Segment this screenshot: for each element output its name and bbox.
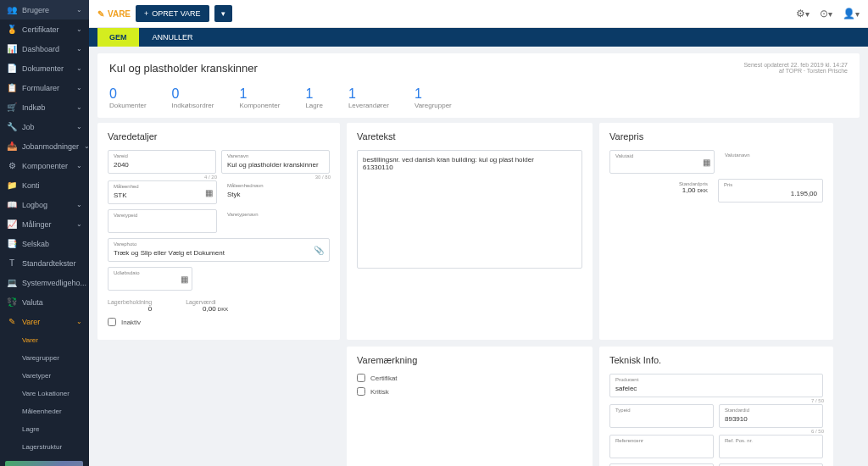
- maleenhed-field[interactable]: Måleenhed ▦: [108, 180, 217, 204]
- calendar-icon[interactable]: ▦: [181, 275, 188, 284]
- sidebar-icon: 💱: [7, 297, 17, 307]
- sidebar-item-16[interactable]: ✎Varer⌄: [0, 312, 89, 331]
- chevron-down-icon: ⌄: [76, 201, 82, 208]
- sidebar-item-6[interactable]: 🔧Job⌄: [0, 117, 89, 136]
- stat-5[interactable]: 1Varegrupper: [415, 86, 452, 109]
- tab-annuller[interactable]: ANNULLER: [141, 28, 205, 47]
- page-meta: Senest opdateret 22. feb 2019 kl. 14:27 …: [743, 62, 848, 74]
- sidebar-item-2[interactable]: 📊Dashboard⌄: [0, 39, 89, 58]
- sidebar-icon: 💻: [7, 278, 17, 287]
- sidebar-item-8[interactable]: ⚙Komponenter⌄: [0, 156, 89, 175]
- sidebar-sub-1[interactable]: Varegrupper: [0, 349, 89, 367]
- varenavn-field[interactable]: Varenavn 30 / 80: [221, 150, 330, 174]
- udlobsdato-field[interactable]: Udløbsdato ▦: [108, 267, 192, 291]
- chevron-down-icon: ⌄: [76, 220, 82, 228]
- help-icon[interactable]: ⊙▾: [820, 8, 832, 19]
- sidebar-item-10[interactable]: 📖Logbog⌄: [0, 195, 89, 214]
- sidebar-item-0[interactable]: 👥Brugere⌄: [0, 0, 89, 19]
- sidebar-icon: 📥: [7, 141, 17, 151]
- vare-label: VARE: [97, 9, 131, 19]
- create-vare-button[interactable]: + OPRET VARE: [136, 5, 209, 22]
- sidebar: 👥Brugere⌄🏅Certifikater⌄📊Dashboard⌄📄Dokum…: [0, 0, 89, 466]
- sidebar-item-15[interactable]: 💱Valuta: [0, 292, 89, 312]
- stat-0[interactable]: 0Dokumenter: [109, 86, 147, 109]
- chevron-down-icon: ⌄: [76, 103, 82, 111]
- sidebar-item-4[interactable]: 📋Formularer⌄: [0, 78, 89, 97]
- sidebar-icon: 📋: [7, 83, 17, 92]
- create-vare-dropdown[interactable]: ▾: [214, 5, 232, 22]
- gear-icon[interactable]: ⚙▾: [796, 8, 810, 19]
- sidebar-icon: 👥: [7, 5, 17, 14]
- sidebar-item-14[interactable]: 💻Systemvedligeho...⌄: [0, 273, 89, 292]
- varephoto-field[interactable]: Varephoto Træk og Slip eller Vælg et Dok…: [108, 238, 330, 262]
- sidebar-icon: 📖: [7, 200, 17, 209]
- producent-field[interactable]: Producent 7 / 50: [609, 374, 823, 397]
- typeid-field[interactable]: Typeid: [609, 404, 714, 428]
- maleenhednavn-field: Måleenhednavn Styk: [222, 180, 330, 204]
- referencenr-field[interactable]: Referencenr: [609, 435, 714, 458]
- stat-1[interactable]: 0Indkøbsordrer: [172, 86, 214, 109]
- sidebar-icon: ⚙: [7, 161, 17, 170]
- certifikat-checkbox[interactable]: [357, 374, 365, 382]
- refposnr-field[interactable]: Ref. Pos. nr.: [719, 435, 823, 458]
- attachment-icon[interactable]: 📎: [314, 246, 324, 255]
- varetypenavn-field: Varetypenavn: [222, 209, 330, 233]
- chevron-down-icon: ⌄: [84, 142, 89, 150]
- stat-4[interactable]: 1Leverandører: [348, 86, 389, 109]
- user-icon[interactable]: 👤▾: [843, 8, 860, 19]
- tab-gem[interactable]: GEM: [97, 28, 139, 47]
- kritisk-checkbox[interactable]: [357, 387, 365, 396]
- stat-2[interactable]: 1Komponenter: [239, 86, 280, 109]
- sidebar-sub-5[interactable]: Lagre: [0, 420, 89, 438]
- sidebar-sub-2[interactable]: Varetyper: [0, 367, 89, 385]
- sidebar-item-7[interactable]: 📥Jobanmodninger⌄: [0, 136, 89, 156]
- page-title: Kul og plastholder kranskinner: [109, 62, 258, 75]
- vareid-input[interactable]: [114, 161, 210, 169]
- sidebar-item-1[interactable]: 🏅Certifikater⌄: [0, 19, 89, 39]
- varetypeid-field[interactable]: Varetypeid: [108, 209, 217, 233]
- pris-field[interactable]: Pris: [718, 179, 823, 202]
- sidebar-icon: 📁: [7, 180, 17, 190]
- sidebar-icon: 🛒: [7, 103, 17, 112]
- sidebar-sub-0[interactable]: Varer: [0, 331, 89, 349]
- sidebar-item-3[interactable]: 📄Dokumenter⌄: [0, 58, 89, 78]
- sidebar-icon: T: [7, 258, 17, 268]
- main: VARE + OPRET VARE ▾ ⚙▾ ⊙▾ 👤▾ GEM ANNULLE…: [89, 0, 868, 466]
- lookup-icon[interactable]: ▦: [205, 188, 213, 197]
- valutanavn-field: Valutanavn: [720, 150, 823, 174]
- standardid-field[interactable]: Standardid 6 / 50: [719, 404, 823, 428]
- sidebar-sub-4[interactable]: Måleenheder: [0, 402, 89, 420]
- sidebar-sub-3[interactable]: Vare Lokationer: [0, 385, 89, 402]
- varenavn-input[interactable]: [227, 161, 324, 169]
- tabbar: GEM ANNULLER: [89, 28, 868, 47]
- sidebar-item-9[interactable]: 📁Konti: [0, 175, 89, 195]
- lookup-icon[interactable]: ▦: [703, 158, 710, 167]
- chevron-down-icon: ⌄: [76, 6, 82, 14]
- sidebar-icon: 🔧: [7, 122, 17, 131]
- varetekst-textarea[interactable]: [357, 150, 582, 269]
- inaktiv-checkbox[interactable]: [108, 318, 116, 326]
- sidebar-item-5[interactable]: 🛒Indkøb⌄: [0, 97, 89, 117]
- sidebar-icon: 📈: [7, 219, 17, 229]
- sidebar-item-13[interactable]: TStandardtekster: [0, 253, 89, 273]
- sidebar-item-11[interactable]: 📈Målinger⌄: [0, 214, 89, 234]
- chevron-down-icon: ⌄: [76, 84, 82, 92]
- sidebar-image: [0, 456, 89, 466]
- sidebar-icon: 🏅: [7, 25, 17, 34]
- sidebar-sub-6[interactable]: Lagerstruktur: [0, 438, 89, 456]
- sidebar-icon: 📊: [7, 44, 17, 53]
- panel-varedetaljer: Varedetaljer Vareid 4 / 20 Varenavn 30 /…: [97, 123, 340, 340]
- chevron-down-icon: ⌄: [76, 45, 82, 53]
- chevron-down-icon: ⌄: [76, 123, 82, 130]
- panel-varetekst: Varetekst: [347, 123, 593, 340]
- stat-3[interactable]: 1Lagre: [305, 86, 322, 109]
- header-panel: Kul og plastholder kranskinner Senest op…: [97, 53, 860, 118]
- chevron-down-icon: ⌄: [76, 318, 82, 325]
- vareid-field[interactable]: Vareid 4 / 20: [108, 150, 216, 174]
- chevron-down-icon: ⌄: [76, 25, 82, 33]
- sidebar-item-12[interactable]: 📑Selskab: [0, 234, 89, 253]
- valutaid-field[interactable]: Valutaid ▦: [609, 150, 715, 174]
- toolbar: VARE + OPRET VARE ▾ ⚙▾ ⊙▾ 👤▾: [89, 0, 868, 28]
- sidebar-icon: ✎: [7, 317, 17, 326]
- panel-teknisk: Teknisk Info. Producent 7 / 50 Typeid: [599, 347, 833, 466]
